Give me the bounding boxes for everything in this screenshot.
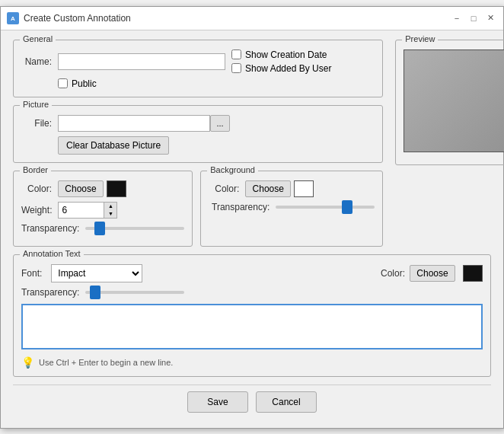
weight-input[interactable]: 6 [58, 202, 104, 219]
bg-color-choose-button[interactable]: Choose [245, 180, 291, 197]
border-color-choose-button[interactable]: Choose [58, 180, 104, 197]
preview-canvas [404, 49, 504, 152]
cancel-button[interactable]: Cancel [256, 391, 317, 413]
show-added-by-label: Show Added By User [245, 63, 331, 74]
picture-section-title: Picture [20, 100, 52, 109]
show-creation-date-checkbox[interactable] [231, 49, 241, 59]
weight-up-button[interactable]: ▲ [104, 203, 116, 210]
name-label: Name: [21, 56, 52, 67]
hint-text: Use Ctrl + Enter to begin a new line. [39, 358, 173, 367]
border-section: Border Color: Choose Weight: 6 [13, 171, 193, 247]
border-weight-label: Weight: [21, 205, 52, 215]
browse-button[interactable]: ... [210, 115, 230, 132]
minimize-button[interactable]: − [450, 11, 464, 25]
file-input[interactable] [58, 115, 210, 132]
top-layout: General Name: Show Creation Date [13, 40, 491, 254]
maximize-button[interactable]: □ [467, 11, 480, 25]
hint-row: 💡 Use Ctrl + Enter to begin a new line. [21, 356, 483, 369]
annotation-transparency-row: Transparency: [21, 287, 483, 298]
weight-spinner: 6 ▲ ▼ [58, 202, 117, 219]
border-transparency-slider[interactable] [85, 227, 184, 230]
show-creation-date-row: Show Creation Date [231, 49, 331, 60]
close-button[interactable]: ✕ [483, 11, 497, 25]
bg-color-row: Color: Choose [209, 180, 375, 197]
border-transparency-row: Transparency: [21, 223, 184, 234]
show-added-by-row: Show Added By User [231, 63, 331, 74]
preview-section-title: Preview [402, 34, 438, 43]
show-creation-date-label: Show Creation Date [245, 49, 327, 60]
border-section-title: Border [20, 165, 51, 174]
font-label: Font: [21, 268, 42, 279]
general-section-title: General [20, 34, 56, 43]
general-section: General Name: Show Creation Date [13, 40, 383, 97]
annotation-color-area: Color: Choose [381, 265, 483, 282]
picture-section: Picture File: ... Clear Database Picture [13, 105, 383, 163]
annotation-color-label: Color: [381, 268, 405, 279]
footer-buttons: Save Cancel [13, 385, 491, 416]
border-color-swatch[interactable] [107, 180, 126, 197]
font-select[interactable]: Impact Arial Times New Roman Courier New… [51, 264, 142, 282]
window-controls: − □ ✕ [450, 11, 497, 25]
left-panel: General Name: Show Creation Date [13, 40, 383, 254]
annotation-section-title: Annotation Text [20, 249, 84, 258]
file-label: File: [21, 118, 52, 129]
border-color-label: Color: [21, 183, 52, 194]
svg-text:A: A [11, 15, 15, 22]
bg-transparency-slider[interactable] [276, 206, 375, 209]
annotation-top-row: Font: Impact Arial Times New Roman Couri… [21, 264, 483, 282]
window-title: Create Custom Annotation [24, 13, 450, 24]
annotation-color-choose-button[interactable]: Choose [410, 265, 455, 282]
annotation-transparency-label: Transparency: [21, 287, 79, 298]
background-section-title: Background [207, 165, 258, 174]
border-transparency-label: Transparency: [21, 223, 79, 234]
bg-color-swatch[interactable] [294, 180, 314, 197]
annotation-color-swatch[interactable] [463, 265, 483, 282]
weight-arrows: ▲ ▼ [104, 202, 117, 219]
preview-section: Preview [395, 40, 504, 165]
show-added-by-checkbox[interactable] [231, 63, 241, 73]
annotation-textarea[interactable] [21, 304, 483, 349]
border-color-row: Color: Choose [21, 180, 184, 197]
name-input[interactable] [58, 53, 225, 70]
right-panel: Preview [395, 40, 504, 254]
public-label: Public [72, 78, 97, 89]
annotation-text-section: Annotation Text Font: Impact Arial Times… [13, 254, 491, 377]
hint-icon: 💡 [21, 356, 34, 369]
bg-color-label: Color: [209, 183, 239, 194]
public-checkbox[interactable] [58, 78, 68, 88]
clear-database-button[interactable]: Clear Database Picture [58, 136, 169, 155]
border-weight-row: Weight: 6 ▲ ▼ [21, 202, 184, 219]
name-row: Name: Show Creation Date Show Added By U… [21, 49, 375, 74]
border-background-layout: Border Color: Choose Weight: 6 [13, 171, 383, 254]
background-section: Background Color: Choose Transparency: [200, 171, 383, 247]
app-icon: A [7, 12, 19, 24]
file-row: File: ... [21, 115, 375, 132]
bg-transparency-label: Transparency: [209, 202, 270, 212]
annotation-transparency-slider[interactable] [85, 291, 184, 294]
bg-transparency-row: Transparency: [209, 202, 375, 212]
weight-down-button[interactable]: ▼ [104, 210, 116, 218]
public-row: Public [58, 78, 375, 89]
titlebar: A Create Custom Annotation − □ ✕ [1, 7, 503, 30]
main-window: A Create Custom Annotation − □ ✕ General… [0, 6, 504, 429]
save-button[interactable]: Save [187, 391, 248, 413]
dialog-content: General Name: Show Creation Date [1, 30, 503, 428]
checkboxes: Show Creation Date Show Added By User [231, 49, 331, 74]
